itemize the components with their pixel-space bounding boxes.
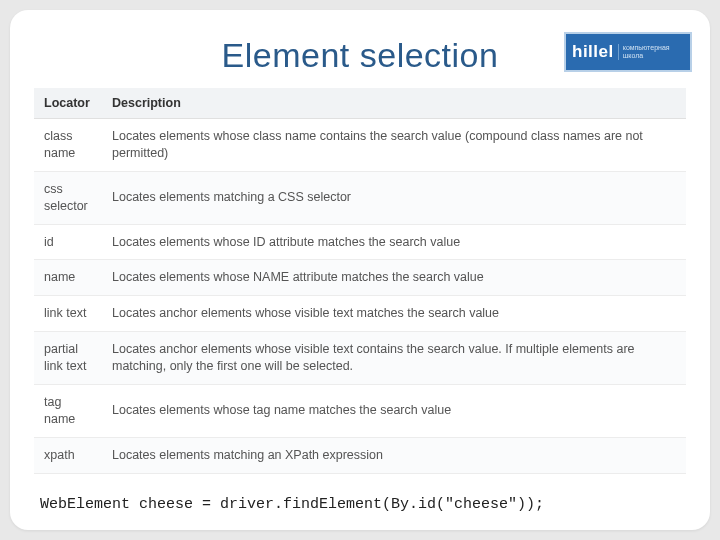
slide: Element selection hillel компьютерная шк… bbox=[10, 10, 710, 530]
header: Element selection hillel компьютерная шк… bbox=[34, 28, 686, 82]
logo: hillel компьютерная школа bbox=[564, 32, 692, 72]
table-row: idLocates elements whose ID attribute ma… bbox=[34, 224, 686, 260]
cell-locator: id bbox=[34, 224, 102, 260]
code-snippet: WebElement cheese = driver.findElement(B… bbox=[40, 496, 686, 513]
table-row: link textLocates anchor elements whose v… bbox=[34, 296, 686, 332]
cell-description: Locates elements whose NAME attribute ma… bbox=[102, 260, 686, 296]
cell-description: Locates anchor elements whose visible te… bbox=[102, 332, 686, 385]
cell-description: Locates elements matching a CSS selector bbox=[102, 171, 686, 224]
table-header-row: Locator Description bbox=[34, 88, 686, 119]
cell-locator: xpath bbox=[34, 437, 102, 473]
logo-sub: компьютерная школа bbox=[618, 44, 670, 59]
cell-locator: class name bbox=[34, 119, 102, 172]
cell-locator: partial link text bbox=[34, 332, 102, 385]
cell-locator: name bbox=[34, 260, 102, 296]
cell-description: Locates elements matching an XPath expre… bbox=[102, 437, 686, 473]
cell-description: Locates anchor elements whose visible te… bbox=[102, 296, 686, 332]
table-row: css selectorLocates elements matching a … bbox=[34, 171, 686, 224]
logo-main: hillel bbox=[572, 42, 614, 62]
cell-description: Locates elements whose tag name matches … bbox=[102, 384, 686, 437]
cell-locator: css selector bbox=[34, 171, 102, 224]
header-description: Description bbox=[102, 88, 686, 119]
page-title: Element selection bbox=[222, 36, 499, 75]
locator-table: Locator Description class nameLocates el… bbox=[34, 88, 686, 474]
table-row: nameLocates elements whose NAME attribut… bbox=[34, 260, 686, 296]
cell-description: Locates elements whose ID attribute matc… bbox=[102, 224, 686, 260]
table-row: xpathLocates elements matching an XPath … bbox=[34, 437, 686, 473]
table-row: partial link textLocates anchor elements… bbox=[34, 332, 686, 385]
header-locator: Locator bbox=[34, 88, 102, 119]
cell-locator: link text bbox=[34, 296, 102, 332]
table-row: tag nameLocates elements whose tag name … bbox=[34, 384, 686, 437]
cell-description: Locates elements whose class name contai… bbox=[102, 119, 686, 172]
cell-locator: tag name bbox=[34, 384, 102, 437]
table-row: class nameLocates elements whose class n… bbox=[34, 119, 686, 172]
